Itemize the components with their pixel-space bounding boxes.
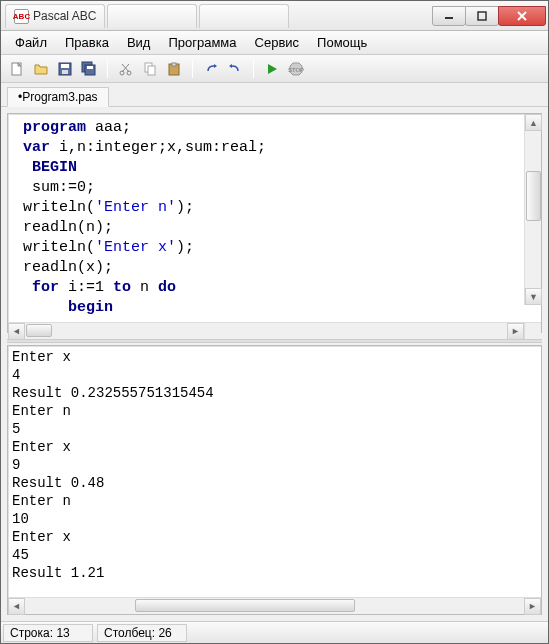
svg-rect-12: [87, 66, 93, 69]
stop-icon: STOP: [288, 61, 304, 77]
status-row: Строка: 13: [3, 624, 93, 642]
maximize-button[interactable]: [465, 6, 499, 26]
undo-icon: [203, 61, 219, 77]
splitter[interactable]: [7, 339, 542, 343]
close-icon: [516, 10, 528, 22]
svg-rect-20: [172, 63, 176, 66]
titlebar-tab-active[interactable]: ABC Pascal ABC: [5, 4, 105, 28]
titlebar: ABC Pascal ABC: [1, 1, 548, 31]
redo-icon: [227, 61, 243, 77]
output-text[interactable]: Enter x 4 Result 0.232555751315454 Enter…: [8, 346, 541, 597]
maximize-icon: [477, 11, 487, 21]
menubar: Файл Правка Вид Программа Сервис Помощь: [1, 31, 548, 55]
titlebar-tab[interactable]: [199, 4, 289, 28]
menu-file[interactable]: Файл: [7, 33, 55, 52]
code-content[interactable]: program aaa; var i,n:integer;x,sum:real;…: [8, 114, 541, 322]
save-all-icon: [81, 61, 97, 77]
copy-button[interactable]: [140, 59, 160, 79]
run-button[interactable]: [262, 59, 282, 79]
open-file-button[interactable]: [31, 59, 51, 79]
svg-marker-23: [268, 64, 277, 74]
toolbar: STOP: [1, 55, 548, 83]
paste-icon: [166, 61, 182, 77]
save-button[interactable]: [55, 59, 75, 79]
file-tabstrip: •Program3.pas: [1, 83, 548, 107]
save-all-button[interactable]: [79, 59, 99, 79]
svg-marker-21: [214, 64, 217, 68]
status-col: Столбец: 26: [97, 624, 187, 642]
app-title: Pascal ABC: [33, 9, 96, 23]
scroll-left-button[interactable]: ◄: [8, 323, 25, 340]
svg-rect-9: [62, 70, 68, 74]
svg-marker-22: [229, 64, 232, 68]
menu-program[interactable]: Программа: [160, 33, 244, 52]
minimize-button[interactable]: [432, 6, 466, 26]
save-icon: [57, 61, 73, 77]
statusbar: Строка: 13 Столбец: 26: [1, 621, 548, 643]
stop-button[interactable]: STOP: [286, 59, 306, 79]
cut-button[interactable]: [116, 59, 136, 79]
scroll-thumb[interactable]: [26, 324, 52, 337]
titlebar-tab[interactable]: [107, 4, 197, 28]
app-icon: ABC: [14, 9, 29, 24]
scroll-thumb[interactable]: [526, 171, 541, 221]
scroll-left-button[interactable]: ◄: [8, 598, 25, 615]
scroll-up-button[interactable]: ▲: [525, 114, 542, 131]
menu-service[interactable]: Сервис: [247, 33, 308, 52]
output-hscrollbar[interactable]: ◄ ►: [8, 597, 541, 614]
menu-edit[interactable]: Правка: [57, 33, 117, 52]
editor-vscrollbar[interactable]: ▲ ▼: [524, 114, 541, 305]
svg-text:STOP: STOP: [288, 67, 304, 73]
svg-rect-1: [478, 12, 486, 20]
output-panel: Enter x 4 Result 0.232555751315454 Enter…: [7, 345, 542, 615]
close-button[interactable]: [498, 6, 546, 26]
scroll-down-button[interactable]: ▼: [525, 288, 542, 305]
cut-icon: [118, 61, 134, 77]
new-file-button[interactable]: [7, 59, 27, 79]
editor-hscrollbar[interactable]: ◄ ►: [8, 322, 541, 339]
paste-button[interactable]: [164, 59, 184, 79]
copy-icon: [142, 61, 158, 77]
svg-marker-6: [35, 65, 47, 74]
redo-button[interactable]: [225, 59, 245, 79]
minimize-icon: [444, 11, 454, 21]
new-file-icon: [9, 61, 25, 77]
menu-view[interactable]: Вид: [119, 33, 159, 52]
code-editor[interactable]: program aaa; var i,n:integer;x,sum:real;…: [7, 113, 542, 333]
file-tab[interactable]: •Program3.pas: [7, 87, 109, 107]
run-icon: [264, 61, 280, 77]
scroll-thumb[interactable]: [135, 599, 355, 612]
menu-help[interactable]: Помощь: [309, 33, 375, 52]
scroll-right-button[interactable]: ►: [507, 323, 524, 340]
app-window: ABC Pascal ABC Файл Правка Вид Программа…: [0, 0, 549, 644]
svg-rect-18: [148, 66, 155, 75]
open-folder-icon: [33, 61, 49, 77]
scroll-right-button[interactable]: ►: [524, 598, 541, 615]
svg-rect-8: [61, 64, 69, 68]
undo-button[interactable]: [201, 59, 221, 79]
